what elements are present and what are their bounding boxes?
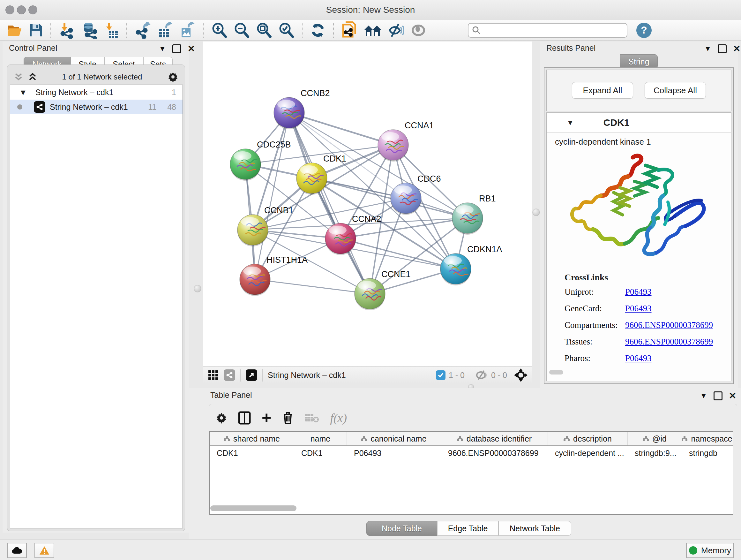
- zoom-in-icon[interactable]: [211, 22, 227, 39]
- table-cell[interactable]: 9606.ENSP00000378699: [441, 446, 548, 460]
- open-session-icon[interactable]: [7, 22, 23, 39]
- memory-button[interactable]: Memory: [686, 543, 734, 558]
- float-panel-icon[interactable]: [172, 44, 181, 53]
- add-column-icon[interactable]: +: [262, 413, 271, 423]
- network-list: ▼ String Network – cdk1 1 String Network…: [10, 84, 183, 528]
- export-table-icon[interactable]: [157, 22, 173, 39]
- tab-edge-table[interactable]: Edge Table: [437, 521, 498, 536]
- node-CCNE1[interactable]: CCNE1: [354, 269, 411, 310]
- show-columns-icon[interactable]: [238, 411, 251, 425]
- results-panel: Results Panel ▼ ✕ String Expand All Coll…: [540, 42, 738, 388]
- crosslink-row: Tissues:9606.ENSP00000378699: [564, 337, 713, 347]
- export-image-icon[interactable]: [179, 22, 196, 39]
- node-table[interactable]: shared namenamecanonical namedatabase id…: [209, 431, 733, 515]
- network-options-gear-icon[interactable]: [167, 71, 179, 82]
- tab-node-table[interactable]: Node Table: [366, 521, 437, 536]
- search-input[interactable]: [468, 23, 627, 38]
- selected-checkbox-icon[interactable]: [436, 370, 446, 380]
- node-CDK1[interactable]: CDK1: [296, 154, 346, 195]
- collapse-all-networks-icon[interactable]: [14, 72, 23, 81]
- crosslink-link[interactable]: P06493: [625, 354, 652, 363]
- table-horizontal-scrollbar[interactable]: [210, 505, 296, 511]
- table-cell[interactable]: stringdb: [682, 446, 732, 460]
- edge-CCNB2-CCNA1[interactable]: [289, 113, 393, 145]
- export-network-icon[interactable]: [134, 22, 151, 39]
- node-label-HIST1H1A: HIST1H1A: [266, 255, 308, 265]
- table-cell[interactable]: stringdb:9...: [628, 446, 682, 460]
- panel-menu-icon[interactable]: ▼: [159, 45, 166, 53]
- network-canvas[interactable]: CCNB2CCNA1CDC25BCDK1CDC6RB1CCNB1CCNA2CDK…: [203, 42, 532, 366]
- crosslink-link[interactable]: P06493: [625, 304, 652, 314]
- network-overview-icon[interactable]: [224, 369, 235, 381]
- column-header-canonical-name[interactable]: canonical name: [347, 432, 441, 445]
- refresh-icon[interactable]: [310, 22, 326, 39]
- float-panel-icon[interactable]: [714, 391, 723, 400]
- open-in-window-icon[interactable]: [246, 369, 257, 381]
- tab-string[interactable]: String: [620, 54, 658, 69]
- close-panel-icon[interactable]: ✕: [733, 44, 740, 54]
- network-view-toolbar: String Network – cdk1 1 - 0 0 - 0: [203, 366, 532, 384]
- column-header-database-identifier[interactable]: database identifier: [441, 432, 548, 445]
- crosslink-link[interactable]: 9606.ENSP00000378699: [625, 337, 713, 347]
- edge-CCNA2-CDKN1A[interactable]: [340, 239, 456, 269]
- crosslink-link[interactable]: P06493: [625, 287, 652, 297]
- network-row[interactable]: String Network – cdk1 11 48: [10, 100, 183, 114]
- network-selection-status: 1 of 1 Network selected: [37, 72, 167, 81]
- delete-column-icon[interactable]: [282, 411, 293, 425]
- hidden-eye-icon[interactable]: [475, 370, 488, 381]
- table-options-gear-icon[interactable]: [216, 412, 227, 424]
- expand-all-networks-icon[interactable]: [28, 72, 37, 81]
- table-cell[interactable]: cyclin-dependent ...: [548, 446, 628, 460]
- node-CDC25B[interactable]: CDC25B: [230, 140, 291, 181]
- node-CCNA1[interactable]: CCNA1: [378, 121, 434, 162]
- close-panel-icon[interactable]: ✕: [188, 44, 195, 54]
- column-header-shared-name[interactable]: shared name: [210, 432, 294, 445]
- panel-menu-icon[interactable]: ▼: [704, 45, 711, 53]
- zoom-out-icon[interactable]: [233, 22, 250, 39]
- import-network-file-icon[interactable]: [58, 22, 75, 39]
- column-header-namespace[interactable]: namespace: [682, 432, 732, 445]
- home-icon[interactable]: [363, 22, 382, 39]
- help-icon[interactable]: ?: [636, 23, 652, 38]
- birds-eye-view-icon[interactable]: [514, 368, 528, 382]
- column-header-name[interactable]: name: [294, 432, 347, 445]
- crosslink-link[interactable]: 9606.ENSP00000378699: [625, 320, 713, 330]
- node-HIST1H1A[interactable]: HIST1H1A: [240, 255, 308, 296]
- network-collection-row[interactable]: ▼ String Network – cdk1 1: [10, 85, 183, 100]
- edge-CDK1-RB1[interactable]: [312, 178, 468, 218]
- results-horizontal-scrollbar[interactable]: [549, 370, 563, 374]
- collapse-all-button[interactable]: Collapse All: [645, 82, 706, 99]
- edge-HIST1H1A-CCNE1[interactable]: [255, 279, 370, 294]
- tab-network-table[interactable]: Network Table: [498, 521, 571, 536]
- share-document-icon[interactable]: [341, 22, 358, 39]
- table-cell[interactable]: CDK1: [210, 446, 294, 460]
- table-cell[interactable]: CDK1: [294, 446, 347, 460]
- table-cell[interactable]: P06493: [347, 446, 441, 460]
- edge-CCNB2-CCNE1[interactable]: [289, 113, 370, 294]
- table-row[interactable]: CDK1CDK1P064939606.ENSP00000378699cyclin…: [210, 446, 733, 460]
- hide-show-icon[interactable]: [388, 22, 404, 39]
- node-RB1[interactable]: RB1: [452, 194, 496, 235]
- column-header-@id[interactable]: @id: [628, 432, 682, 445]
- zoom-selected-icon[interactable]: [278, 22, 294, 39]
- show-grid-icon[interactable]: [208, 370, 219, 381]
- column-header-description[interactable]: description: [548, 432, 628, 445]
- eye-icon[interactable]: [410, 22, 427, 39]
- column-label: @id: [652, 434, 667, 443]
- expand-all-button[interactable]: Expand All: [572, 82, 633, 99]
- close-panel-icon[interactable]: ✕: [729, 390, 736, 401]
- import-network-database-icon[interactable]: [81, 22, 98, 39]
- collection-expander-icon[interactable]: ▼: [19, 88, 27, 97]
- float-panel-icon[interactable]: [718, 44, 727, 53]
- panel-menu-icon[interactable]: ▼: [700, 392, 707, 400]
- edge-CCNB2-HIST1H1A[interactable]: [255, 113, 289, 279]
- save-session-icon[interactable]: [28, 22, 43, 39]
- right-splitter-handle[interactable]: [532, 208, 540, 216]
- zoom-fit-icon[interactable]: [256, 22, 272, 39]
- warning-button[interactable]: [35, 543, 54, 558]
- node-CDKN1A[interactable]: CDKN1A: [441, 245, 502, 286]
- import-table-file-icon[interactable]: [104, 22, 119, 39]
- entry-expander-icon[interactable]: ▼: [566, 118, 574, 127]
- left-splitter-handle[interactable]: [194, 285, 201, 293]
- cloud-button[interactable]: [7, 543, 27, 558]
